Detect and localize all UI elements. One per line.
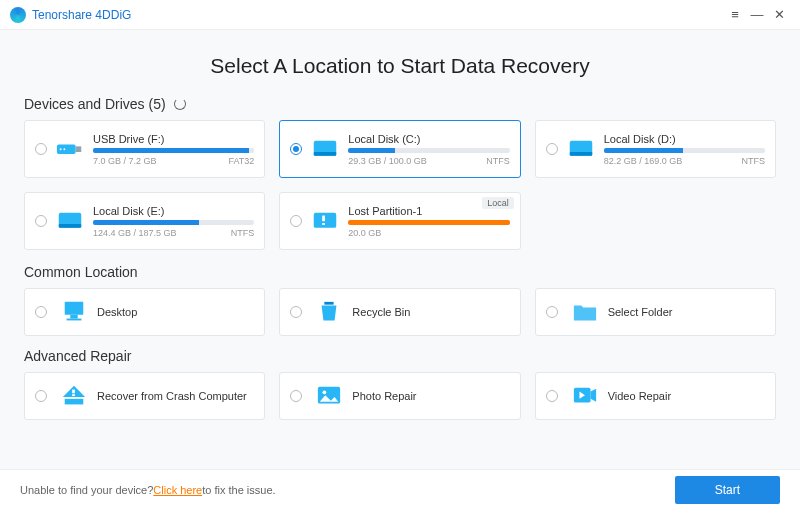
advanced-radio[interactable]: [290, 390, 302, 402]
advanced-icon: [61, 384, 87, 408]
svg-rect-5: [314, 152, 337, 156]
location-radio[interactable]: [35, 306, 47, 318]
advanced-card[interactable]: Video Repair: [535, 372, 776, 420]
drive-usage-bar: [93, 220, 254, 225]
advanced-label: Advanced Repair: [24, 348, 131, 364]
svg-rect-14: [70, 315, 77, 319]
drive-radio[interactable]: [35, 143, 47, 155]
app-title: Tenorshare 4DDiG: [32, 8, 724, 22]
drive-meta: 7.0 GB / 7.2 GBFAT32: [93, 156, 254, 166]
common-label: Common Location: [24, 264, 138, 280]
drive-usage-bar: [93, 148, 254, 153]
svg-rect-12: [323, 223, 326, 225]
advanced-card[interactable]: Photo Repair: [279, 372, 520, 420]
location-label: Desktop: [97, 306, 137, 318]
location-icon: [316, 300, 342, 324]
drive-card[interactable]: Local Disk (E:)124.4 GB / 187.5 GBNTFS: [24, 192, 265, 250]
drive-usage-bar: [348, 148, 509, 153]
drive-meta: 124.4 GB / 187.5 GBNTFS: [93, 228, 254, 238]
location-card[interactable]: Desktop: [24, 288, 265, 336]
drive-card[interactable]: Local Disk (D:)82.2 GB / 169.0 GBNTFS: [535, 120, 776, 178]
drive-icon: [55, 209, 85, 233]
location-card[interactable]: Select Folder: [535, 288, 776, 336]
drive-icon: [310, 137, 340, 161]
svg-rect-1: [76, 146, 82, 152]
drive-icon: [310, 209, 340, 233]
drives-grid: USB Drive (F:)7.0 GB / 7.2 GBFAT32Local …: [24, 120, 776, 250]
svg-rect-13: [65, 302, 84, 315]
location-radio[interactable]: [546, 306, 558, 318]
drive-meta: 82.2 GB / 169.0 GBNTFS: [604, 156, 765, 166]
drive-meta: 29.3 GB / 100.0 GBNTFS: [348, 156, 509, 166]
start-button[interactable]: Start: [675, 476, 780, 504]
footer: Unable to find your device? Click here t…: [0, 469, 800, 509]
advanced-label: Video Repair: [608, 390, 671, 402]
drive-meta: 20.0 GB: [348, 228, 509, 238]
advanced-card[interactable]: Recover from Crash Computer: [24, 372, 265, 420]
svg-point-3: [63, 148, 65, 150]
location-label: Select Folder: [608, 306, 673, 318]
page-title: Select A Location to Start Data Recovery: [24, 54, 776, 78]
advanced-section-header: Advanced Repair: [24, 348, 776, 364]
titlebar: Tenorshare 4DDiG ≡ — ✕: [0, 0, 800, 30]
refresh-icon[interactable]: [174, 98, 186, 110]
advanced-radio[interactable]: [35, 390, 47, 402]
drive-radio[interactable]: [546, 143, 558, 155]
drive-body: USB Drive (F:)7.0 GB / 7.2 GBFAT32: [93, 133, 254, 166]
drive-name: Local Disk (C:): [348, 133, 509, 145]
drive-card[interactable]: USB Drive (F:)7.0 GB / 7.2 GBFAT32: [24, 120, 265, 178]
drive-card[interactable]: LocalLost Partition-120.0 GB: [279, 192, 520, 250]
location-icon: [61, 300, 87, 324]
svg-point-2: [60, 148, 62, 150]
advanced-grid: Recover from Crash ComputerPhoto RepairV…: [24, 372, 776, 420]
svg-rect-9: [59, 224, 82, 228]
svg-rect-11: [323, 216, 326, 222]
drive-body: Lost Partition-120.0 GB: [348, 205, 509, 238]
svg-rect-15: [67, 319, 82, 321]
footer-suffix: to fix the issue.: [202, 484, 275, 496]
footer-link[interactable]: Click here: [153, 484, 202, 496]
drive-radio[interactable]: [290, 143, 302, 155]
svg-rect-7: [569, 152, 592, 156]
location-card[interactable]: Recycle Bin: [279, 288, 520, 336]
footer-prefix: Unable to find your device?: [20, 484, 153, 496]
app-logo-icon: [10, 7, 26, 23]
location-icon: [572, 300, 598, 324]
common-section-header: Common Location: [24, 264, 776, 280]
drive-radio[interactable]: [290, 215, 302, 227]
drive-radio[interactable]: [35, 215, 47, 227]
drive-usage-bar: [604, 148, 765, 153]
advanced-radio[interactable]: [546, 390, 558, 402]
drive-body: Local Disk (D:)82.2 GB / 169.0 GBNTFS: [604, 133, 765, 166]
drive-usage-bar: [348, 220, 509, 225]
drive-card[interactable]: Local Disk (C:)29.3 GB / 100.0 GBNTFS: [279, 120, 520, 178]
drive-icon: [55, 137, 85, 161]
drive-body: Local Disk (E:)124.4 GB / 187.5 GBNTFS: [93, 205, 254, 238]
advanced-icon: [572, 384, 598, 408]
advanced-label: Photo Repair: [352, 390, 416, 402]
drive-name: Local Disk (E:): [93, 205, 254, 217]
location-radio[interactable]: [290, 306, 302, 318]
svg-rect-16: [325, 302, 334, 305]
location-label: Recycle Bin: [352, 306, 410, 318]
drive-name: Local Disk (D:): [604, 133, 765, 145]
devices-label: Devices and Drives (5): [24, 96, 166, 112]
svg-rect-18: [72, 394, 75, 396]
advanced-label: Recover from Crash Computer: [97, 390, 247, 402]
svg-rect-17: [72, 390, 75, 394]
drive-body: Local Disk (C:)29.3 GB / 100.0 GBNTFS: [348, 133, 509, 166]
drive-tag: Local: [482, 197, 514, 209]
drive-icon: [566, 137, 596, 161]
devices-section-header: Devices and Drives (5): [24, 96, 776, 112]
close-button[interactable]: ✕: [768, 4, 790, 26]
menu-button[interactable]: ≡: [724, 4, 746, 26]
advanced-icon: [316, 384, 342, 408]
svg-rect-19: [65, 399, 84, 405]
svg-point-21: [323, 391, 327, 395]
drive-name: USB Drive (F:): [93, 133, 254, 145]
minimize-button[interactable]: —: [746, 4, 768, 26]
locations-grid: DesktopRecycle BinSelect Folder: [24, 288, 776, 336]
main-content: Select A Location to Start Data Recovery…: [0, 30, 800, 469]
